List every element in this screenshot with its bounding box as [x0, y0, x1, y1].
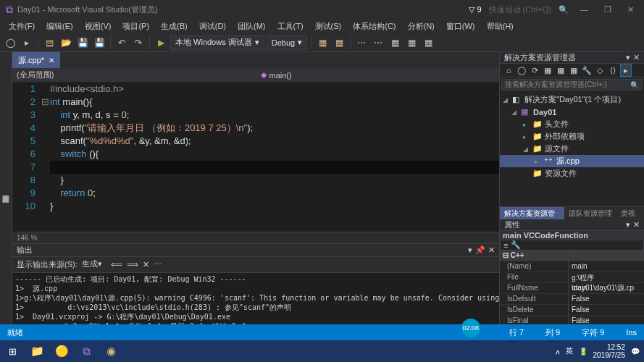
tool-btn-4[interactable]: ⋯ [371, 35, 385, 50]
sln-showall-icon[interactable]: ▦ [542, 64, 553, 77]
nav-member-combo[interactable]: ◆main() [256, 70, 500, 80]
tool-btn-3[interactable]: ⋯ [354, 35, 369, 50]
minimize-button[interactable]: — [576, 5, 593, 14]
output-source-combo[interactable]: 生成▾ [82, 258, 102, 272]
menu-tools[interactable]: 工具(T) [273, 20, 308, 33]
solution-tree[interactable]: ◢◧解决方案"Day01"(1 个项目) ◢▦Day01 ▸📁头文件 ▸📁外部依… [500, 92, 644, 206]
output-close-icon[interactable]: ✕ [488, 245, 495, 255]
taskbar-chrome-icon[interactable]: 🟡 [49, 340, 74, 362]
menu-analyze[interactable]: 分析(N) [403, 20, 439, 33]
props-object-combo[interactable]: main VCCodeFunction [500, 231, 644, 240]
tool-btn-1[interactable]: ▦ [315, 35, 330, 50]
tree-resources[interactable]: 📁资源文件 [500, 167, 644, 180]
sln-back-icon[interactable]: ◯ [516, 64, 527, 77]
zoom-combo[interactable]: 146 % [17, 234, 37, 242]
subtab-sln[interactable]: 解决方案资源管理器 [500, 207, 564, 219]
tool-btn-5[interactable]: ▦ [388, 35, 402, 50]
quick-launch-input[interactable]: 快速启动 (Ctrl+Q) [489, 4, 551, 15]
menu-file[interactable]: 文件(F) [4, 20, 39, 33]
tool-btn-7[interactable]: ▦ [421, 35, 435, 50]
menu-test[interactable]: 测试(S) [311, 20, 346, 33]
subtab-class[interactable]: 类视图 [616, 207, 644, 219]
prop-row[interactable]: IsFinalFalse [500, 316, 644, 324]
start-debug-button[interactable]: ▶ [154, 35, 168, 50]
menu-view[interactable]: 视图(V) [80, 20, 116, 33]
menu-window[interactable]: 窗口(W) [442, 20, 480, 33]
props-close-icon[interactable]: ✕ [633, 220, 640, 230]
maximize-button[interactable]: ❐ [600, 5, 616, 14]
taskbar-explorer-icon[interactable]: 📁 [25, 340, 49, 362]
sln-btn6[interactable]: ▦ [568, 64, 580, 77]
undo-button[interactable]: ↶ [114, 35, 129, 50]
tray-ime[interactable]: 英 [566, 346, 573, 356]
sln-btn10[interactable]: ▸ [620, 64, 632, 77]
menu-help[interactable]: 帮助(H) [482, 20, 518, 33]
nav-back-button[interactable]: ◯ [3, 35, 17, 50]
output-pin-icon[interactable]: 📌 [475, 245, 485, 255]
taskbar-app-icon[interactable]: ◉ [99, 340, 123, 362]
tree-project[interactable]: ◢▦Day01 [500, 106, 644, 118]
tray-battery-icon[interactable]: 🔋 [579, 348, 587, 355]
menu-project[interactable]: 项目(P) [118, 20, 154, 33]
menu-architecture[interactable]: 体系结构(C) [348, 20, 400, 33]
tree-source-file[interactable]: ▸⁺⁺源.cpp [500, 155, 644, 167]
output-tool-3[interactable]: ✕ [143, 260, 149, 269]
sln-btn5[interactable]: ▦ [555, 64, 566, 77]
taskbar-clock[interactable]: 12:52 2019/7/25 [593, 343, 626, 359]
doc-tab-source[interactable]: 源.cpp* ✕ [12, 52, 60, 68]
save-button[interactable]: 💾 [75, 35, 90, 50]
new-project-button[interactable]: ▤ [42, 35, 57, 50]
prop-row[interactable]: FullNamemain [500, 283, 644, 294]
close-button[interactable]: ✕ [623, 5, 638, 14]
start-button[interactable]: ⊞ [0, 340, 25, 362]
menu-team[interactable]: 团队(M) [233, 20, 270, 33]
tool-btn-6[interactable]: ▦ [404, 35, 419, 50]
notifications-icon[interactable]: ▽ 9 [469, 5, 481, 14]
tree-source[interactable]: ◢📁源文件 [500, 143, 644, 155]
code-editor[interactable]: 12345678910 ⊟ #include<stdio.h> int main… [12, 83, 499, 232]
menu-edit[interactable]: 编辑(E) [42, 20, 78, 33]
config-combo[interactable]: Debug▾ [267, 35, 307, 50]
prop-row[interactable]: IsDefaultFalse [500, 294, 644, 305]
sln-properties-icon[interactable]: 🔧 [581, 64, 593, 77]
tree-headers[interactable]: ▸📁头文件 [500, 118, 644, 130]
props-az-icon[interactable]: 🔧 [511, 240, 521, 250]
tray-arrow-icon[interactable]: ʌ [556, 348, 560, 355]
tree-solution[interactable]: ◢◧解决方案"Day01"(1 个项目) [500, 93, 644, 106]
redo-button[interactable]: ↷ [131, 35, 146, 50]
output-tool-4[interactable]: ⋯ [154, 260, 162, 269]
output-text[interactable]: ------ 已启动生成: 项目: Day01, 配置: Debug Win32… [12, 273, 499, 324]
recording-indicator[interactable]: 02:08 [461, 319, 480, 337]
taskbar-vs-icon[interactable]: ⧉ [74, 340, 99, 362]
sln-home-icon[interactable]: ⌂ [503, 64, 514, 77]
prop-row[interactable]: (Name)main [500, 261, 644, 272]
sln-btn9[interactable]: ⟨⟩ [607, 64, 619, 77]
subtab-team[interactable]: 团队资源管理器 [564, 207, 616, 219]
sln-search-input[interactable]: 搜索解决方案资源管理器(Ctrl+;) 🔍 [501, 79, 643, 90]
open-file-button[interactable]: 📂 [59, 35, 73, 50]
menu-build[interactable]: 生成(B) [156, 20, 192, 33]
nav-scope-combo[interactable]: (全局范围) [12, 70, 256, 80]
sln-dropdown-icon[interactable]: ▾ [626, 53, 630, 62]
output-dropdown-icon[interactable]: ▾ [468, 245, 472, 255]
sln-close-icon[interactable]: ✕ [633, 53, 640, 62]
quick-launch-icon[interactable]: 🔍 [559, 5, 569, 14]
props-toolbar: ≡ 🔧 [500, 240, 644, 251]
props-dropdown-icon[interactable]: ▾ [626, 220, 630, 230]
save-all-button[interactable]: 💾 [92, 35, 106, 50]
sln-btn8[interactable]: ◇ [594, 64, 606, 77]
output-tool-2[interactable]: ⟹ [127, 260, 138, 269]
prop-row[interactable]: Fileg:\程序\day01\day01\源.cp [500, 272, 644, 283]
doc-tab-close-icon[interactable]: ✕ [49, 56, 54, 64]
props-cat-icon[interactable]: ≡ [503, 241, 508, 250]
props-grid[interactable]: ⊟ C++ (Name)mainFileg:\程序\day01\day01\源.… [500, 251, 644, 324]
output-tool-1[interactable]: ⟸ [111, 260, 122, 269]
tree-external[interactable]: ▸📁外部依赖项 [500, 130, 644, 143]
tray-notifications-icon[interactable]: 💬 [631, 348, 640, 355]
nav-fwd-button[interactable]: ▸ [20, 35, 34, 50]
prop-row[interactable]: IsDeleteFalse [500, 305, 644, 316]
debug-target-combo[interactable]: 本地 Windows 调试器▾ [170, 35, 264, 50]
menu-debug[interactable]: 调试(D) [195, 20, 230, 33]
tool-btn-2[interactable]: ▦ [332, 35, 346, 50]
sln-sync-icon[interactable]: ⟳ [529, 64, 540, 77]
